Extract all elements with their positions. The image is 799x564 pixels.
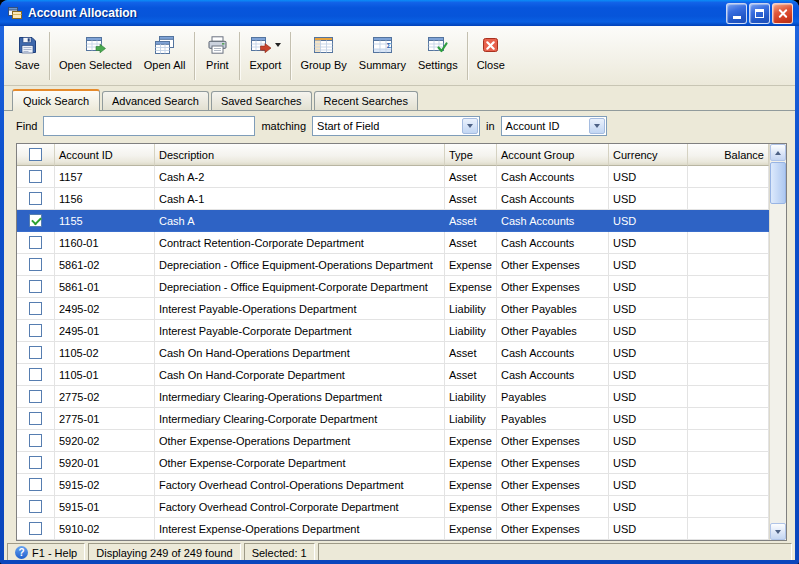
column-header-balance[interactable]: Balance <box>688 144 769 166</box>
column-header-currency[interactable]: Currency <box>609 144 688 166</box>
row-checkbox[interactable] <box>29 478 42 491</box>
cell-account-id: 5920-02 <box>55 430 155 452</box>
table-row[interactable]: 5861-02Depreciation - Office Equipment-O… <box>17 254 769 276</box>
tab-strip: Quick Search Advanced Search Saved Searc… <box>4 86 795 111</box>
chevron-down-icon[interactable] <box>462 118 478 134</box>
scrollbar-track[interactable] <box>770 205 786 523</box>
row-checkbox[interactable] <box>29 258 42 271</box>
table-row[interactable]: 1156Cash A-1AssetCash AccountsUSD <box>17 188 769 210</box>
table-row[interactable]: 1160-01Contract Retention-Corporate Depa… <box>17 232 769 254</box>
matching-select[interactable]: Start of Field <box>312 116 480 136</box>
close-window-button[interactable]: Close <box>471 29 511 74</box>
row-checkbox[interactable] <box>29 368 42 381</box>
close-button[interactable] <box>772 3 793 24</box>
maximize-icon <box>755 9 764 18</box>
titlebar[interactable]: Account Allocation <box>0 0 799 26</box>
cell-type: Asset <box>445 188 497 210</box>
table-row[interactable]: 1105-01Cash On Hand-Corporate Department… <box>17 364 769 386</box>
cell-account-group: Other Expenses <box>497 430 609 452</box>
open-all-button[interactable]: Open All <box>138 29 192 74</box>
cell-type: Expense <box>445 496 497 518</box>
cell-description: Cash A-1 <box>155 188 445 210</box>
vertical-scrollbar[interactable] <box>769 144 786 540</box>
tab-quick-search[interactable]: Quick Search <box>12 89 100 111</box>
cell-account-group: Payables <box>497 386 609 408</box>
table-row[interactable]: 5910-02Interest Expense-Operations Depar… <box>17 518 769 540</box>
row-checkbox[interactable] <box>29 192 42 205</box>
table-row[interactable]: 5920-01Other Expense-Corporate Departmen… <box>17 452 769 474</box>
select-all-checkbox[interactable] <box>29 148 42 161</box>
summary-button[interactable]: Σ Summary <box>353 29 412 74</box>
table-row[interactable]: 5920-02Other Expense-Operations Departme… <box>17 430 769 452</box>
open-selected-button[interactable]: Open Selected <box>53 29 138 74</box>
column-header-type[interactable]: Type <box>445 144 497 166</box>
cell-balance <box>688 254 769 276</box>
table-row[interactable]: 1157Cash A-2AssetCash AccountsUSD <box>17 166 769 188</box>
status-displaying-panel: Displaying 249 of 249 found <box>88 543 240 560</box>
row-checkbox[interactable] <box>29 280 42 293</box>
row-checkbox[interactable] <box>29 346 42 359</box>
minimize-button[interactable] <box>726 3 747 24</box>
chevron-down-icon[interactable] <box>589 118 605 134</box>
cell-currency: USD <box>609 386 688 408</box>
maximize-button[interactable] <box>749 3 770 24</box>
table-row[interactable]: 2775-01Intermediary Clearing-Corporate D… <box>17 408 769 430</box>
column-header-description[interactable]: Description <box>155 144 445 166</box>
cell-currency: USD <box>609 298 688 320</box>
cell-currency: USD <box>609 210 688 232</box>
scroll-down-button[interactable] <box>770 523 786 540</box>
scrollbar-thumb[interactable] <box>770 162 786 204</box>
table-row[interactable]: 2775-02Intermediary Clearing-Operations … <box>17 386 769 408</box>
cell-account-group: Cash Accounts <box>497 188 609 210</box>
table-row[interactable]: 1155Cash AAssetCash AccountsUSD <box>17 210 769 232</box>
select-all-cell <box>17 144 55 166</box>
row-checkbox[interactable] <box>29 500 42 513</box>
table-row[interactable]: 5915-01Factory Overhead Control-Corporat… <box>17 496 769 518</box>
in-select[interactable]: Account ID <box>501 116 607 136</box>
row-checkbox[interactable] <box>29 236 42 249</box>
row-checkbox[interactable] <box>29 522 42 535</box>
row-checkbox[interactable] <box>29 412 42 425</box>
cell-balance <box>688 320 769 342</box>
scroll-up-button[interactable] <box>770 144 786 161</box>
open-selected-label: Open Selected <box>59 59 132 71</box>
cell-account-group: Cash Accounts <box>497 210 609 232</box>
cell-description: Interest Payable-Corporate Department <box>155 320 445 342</box>
table-row[interactable]: 2495-02Interest Payable-Operations Depar… <box>17 298 769 320</box>
row-checkbox[interactable] <box>29 302 42 315</box>
status-help-panel[interactable]: ? F1 - Help <box>7 543 85 560</box>
row-checkbox[interactable] <box>29 214 42 227</box>
row-checkbox[interactable] <box>29 434 42 447</box>
export-button[interactable]: Export <box>243 29 287 74</box>
table-row[interactable]: 5915-02Factory Overhead Control-Operatio… <box>17 474 769 496</box>
find-input[interactable] <box>43 116 255 136</box>
column-header-account-group[interactable]: Account Group <box>497 144 609 166</box>
cell-type: Expense <box>445 276 497 298</box>
row-checkbox[interactable] <box>29 170 42 183</box>
table-row[interactable]: 2495-01Interest Payable-Corporate Depart… <box>17 320 769 342</box>
save-button[interactable]: Save <box>8 29 46 74</box>
row-checkbox[interactable] <box>29 456 42 469</box>
tab-recent-searches[interactable]: Recent Searches <box>314 91 418 110</box>
group-by-button[interactable]: Group By <box>294 29 352 74</box>
tab-saved-searches[interactable]: Saved Searches <box>211 91 312 110</box>
cell-description: Intermediary Clearing-Operations Departm… <box>155 386 445 408</box>
row-checkbox[interactable] <box>29 390 42 403</box>
cell-description: Cash A-2 <box>155 166 445 188</box>
export-dropdown-icon[interactable] <box>275 43 281 47</box>
print-button[interactable]: Print <box>198 29 236 74</box>
cell-type: Asset <box>445 166 497 188</box>
table-row[interactable]: 1105-02Cash On Hand-Operations Departmen… <box>17 342 769 364</box>
cell-description: Cash On Hand-Corporate Department <box>155 364 445 386</box>
client-area: Save Open Selected <box>4 26 795 560</box>
tab-advanced-search[interactable]: Advanced Search <box>102 91 209 110</box>
cell-type: Expense <box>445 254 497 276</box>
settings-button[interactable]: Settings <box>412 29 464 74</box>
row-checkbox[interactable] <box>29 324 42 337</box>
row-checkbox-cell <box>17 342 55 364</box>
cell-currency: USD <box>609 408 688 430</box>
matching-label: matching <box>261 120 306 132</box>
table-row[interactable]: 5861-01Depreciation - Office Equipment-C… <box>17 276 769 298</box>
column-header-account-id[interactable]: Account ID <box>55 144 155 166</box>
open-all-icon <box>153 33 176 57</box>
